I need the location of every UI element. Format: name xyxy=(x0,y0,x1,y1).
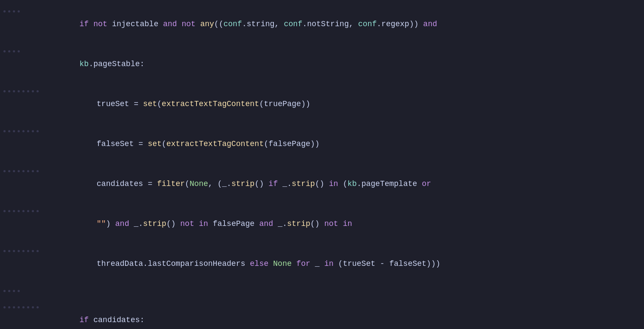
fn-set2: set xyxy=(148,140,162,148)
dot xyxy=(18,170,20,172)
dot xyxy=(37,170,39,172)
code-text xyxy=(143,140,148,148)
code-line-3: trueSet = set(extractTextTagContent(true… xyxy=(0,84,644,124)
keyword-not2: not xyxy=(181,20,195,28)
dot xyxy=(32,250,34,252)
code-text: _. xyxy=(273,219,287,228)
keyword-in: in xyxy=(329,180,338,188)
code-text: falseSet xyxy=(97,140,138,148)
dot xyxy=(8,10,10,12)
code-text xyxy=(334,259,338,268)
code-text xyxy=(177,20,182,28)
code-content-4: falseSet = set(extractTextTagContent(fal… xyxy=(52,125,644,163)
code-text xyxy=(152,180,157,188)
gutter-3 xyxy=(0,85,52,92)
code-line-5: candidates = filter(None, (_.strip() if … xyxy=(0,164,644,204)
code-text: candidates: xyxy=(89,316,144,324)
code-content-1: if not injectable and not any((conf.stri… xyxy=(52,5,644,43)
punc: ( xyxy=(259,100,264,108)
code-text xyxy=(338,180,343,188)
punc: ))) xyxy=(426,259,440,268)
code-text: candidates xyxy=(97,180,148,188)
code-text: notString xyxy=(307,20,349,28)
dot xyxy=(22,90,25,92)
keyword-if3: if xyxy=(80,316,89,324)
punc: )) xyxy=(409,20,419,28)
dot xyxy=(3,210,6,212)
dot xyxy=(32,90,34,92)
keyword-in3: in xyxy=(343,219,352,228)
gutter-5 xyxy=(0,165,52,172)
punc: (( xyxy=(214,20,224,28)
dot xyxy=(27,250,29,252)
var-conf-string: conf xyxy=(224,20,242,28)
var-conf-regexp: conf xyxy=(358,20,377,28)
code-content-empty xyxy=(52,285,644,298)
fn-strip1: strip xyxy=(231,180,255,188)
code-editor: if not injectable and not any((conf.stri… xyxy=(0,0,644,329)
gutter-4 xyxy=(0,125,52,132)
code-text: falseSet xyxy=(385,259,426,268)
dot xyxy=(3,250,6,252)
dot xyxy=(18,50,20,52)
fn-filter: filter xyxy=(157,180,185,188)
punc: . xyxy=(357,180,362,188)
gutter-1 xyxy=(0,5,52,12)
dot xyxy=(18,250,20,252)
code-text: _ xyxy=(310,259,324,268)
fn-strip4: strip xyxy=(287,219,310,228)
keyword-and4: and xyxy=(259,219,273,228)
code-text xyxy=(292,259,297,268)
code-text: trueSet xyxy=(343,259,380,268)
code-text: falsePage xyxy=(208,219,259,228)
keyword-and3: and xyxy=(115,219,129,228)
dot xyxy=(32,210,34,212)
code-line-1: if not injectable and not any((conf.stri… xyxy=(0,4,644,44)
dot xyxy=(18,290,20,292)
punc: . xyxy=(377,20,381,28)
dot xyxy=(13,10,15,12)
punc: () xyxy=(166,219,176,228)
code-text: pageTemplate xyxy=(362,180,422,188)
punc: . xyxy=(302,20,307,28)
gutter-9 xyxy=(0,301,52,308)
fn-any: any xyxy=(200,20,214,28)
code-content-9: if candidates: xyxy=(52,301,644,329)
dot xyxy=(13,306,15,308)
code-line-empty xyxy=(0,284,644,300)
punc: , xyxy=(275,20,279,28)
punc: ( xyxy=(185,180,190,188)
code-text xyxy=(324,180,329,188)
code-text: injectable xyxy=(107,20,163,28)
dot xyxy=(3,50,6,52)
dot xyxy=(3,130,6,132)
dot xyxy=(3,170,6,172)
code-text: regexp xyxy=(381,20,409,28)
dot xyxy=(13,250,15,252)
code-text xyxy=(353,20,358,28)
dot xyxy=(18,10,20,12)
code-text xyxy=(196,20,200,28)
keyword-and: and xyxy=(163,20,177,28)
dot xyxy=(22,250,25,252)
dot xyxy=(8,170,10,172)
punc: . xyxy=(242,20,247,28)
keyword-in2: in xyxy=(199,219,209,228)
dot xyxy=(18,210,20,212)
keyword-for: for xyxy=(296,259,310,268)
gutter-6 xyxy=(0,205,52,212)
dot xyxy=(13,90,15,92)
punc: , xyxy=(208,180,213,188)
dot xyxy=(8,90,10,92)
gutter-empty xyxy=(0,285,52,292)
keyword-else: else xyxy=(250,259,268,268)
dot xyxy=(8,50,10,52)
dot xyxy=(3,306,6,308)
code-text xyxy=(338,219,343,228)
dot xyxy=(27,130,29,132)
gutter-2 xyxy=(0,45,52,52)
dot xyxy=(27,170,29,172)
var-kb: kb xyxy=(80,60,89,68)
code-text xyxy=(419,20,423,28)
dot xyxy=(22,306,25,308)
